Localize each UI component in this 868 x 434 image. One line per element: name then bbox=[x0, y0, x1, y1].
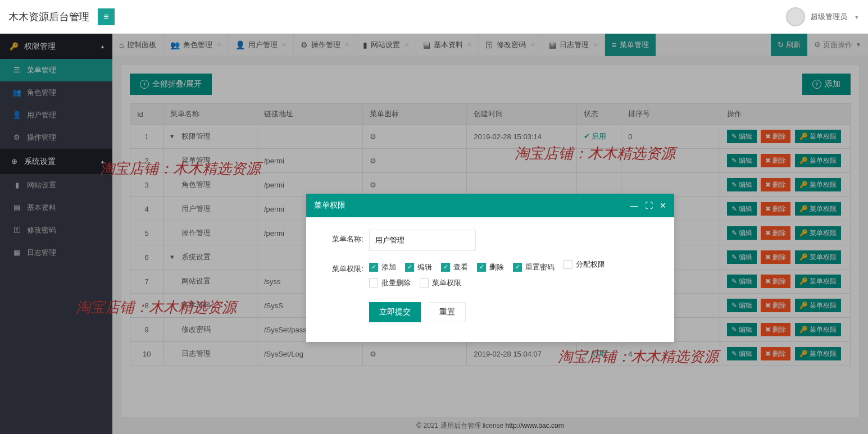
app-header: 木木资源后台管理 ≡ 超级管理员 ▼ bbox=[0, 0, 868, 34]
submit-button[interactable]: 立即提交 bbox=[369, 302, 421, 322]
dialog-title-text: 菜单权限 bbox=[314, 200, 346, 211]
permission-checkbox[interactable]: 菜单权限 bbox=[420, 278, 461, 288]
permission-checkbox[interactable]: ✓删除 bbox=[477, 262, 504, 272]
menu-name-input[interactable] bbox=[369, 230, 476, 251]
app-title: 木木资源后台管理 bbox=[8, 10, 89, 24]
permission-checkbox[interactable]: 批量删除 bbox=[369, 278, 411, 288]
sidebar-toggle-button[interactable]: ≡ bbox=[98, 8, 115, 25]
menu-permission-dialog: 菜单权限 — ⛶ ✕ 菜单名称: 菜单权限: ✓添加✓编辑✓查看✓删除✓重置密码… bbox=[306, 194, 674, 342]
permission-checkbox[interactable]: 分配权限 bbox=[563, 259, 605, 269]
user-role-label: 超级管理员 bbox=[811, 12, 847, 21]
menu-name-label: 菜单名称: bbox=[319, 230, 363, 244]
permission-checkbox[interactable]: ✓添加 bbox=[369, 262, 396, 272]
user-dropdown[interactable]: 超级管理员 ▼ bbox=[811, 12, 860, 22]
chevron-down-icon: ▼ bbox=[854, 14, 860, 20]
fullscreen-icon[interactable]: ⛶ bbox=[645, 201, 653, 210]
menu-perm-label: 菜单权限: bbox=[319, 259, 363, 274]
permission-checkbox[interactable]: ✓查看 bbox=[441, 262, 468, 272]
reset-button[interactable]: 重置 bbox=[429, 302, 466, 322]
permission-checkbox[interactable]: ✓重置密码 bbox=[513, 262, 555, 272]
minimize-icon[interactable]: — bbox=[630, 201, 638, 210]
close-icon[interactable]: ✕ bbox=[660, 201, 666, 210]
permission-checkbox[interactable]: ✓编辑 bbox=[405, 262, 432, 272]
avatar[interactable] bbox=[786, 7, 805, 26]
